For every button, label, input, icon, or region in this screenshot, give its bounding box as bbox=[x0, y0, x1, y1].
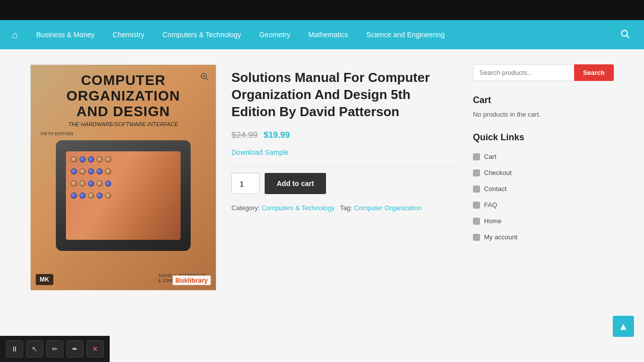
tag-link[interactable]: Computer Organization bbox=[354, 204, 422, 212]
search-icon[interactable] bbox=[616, 29, 634, 41]
category-link[interactable]: Computers & Technology bbox=[262, 204, 335, 212]
bead bbox=[105, 180, 111, 187]
product-section: COMPUTER ORGANIZATION AND DESIGN THE HAR… bbox=[30, 64, 458, 291]
bead bbox=[88, 193, 94, 199]
add-to-cart-row: Add to cart bbox=[231, 173, 458, 194]
bead bbox=[79, 168, 86, 174]
abacus-row-4 bbox=[71, 193, 176, 199]
bead bbox=[71, 193, 77, 199]
quick-link-myaccount-label: My account bbox=[484, 233, 517, 241]
buklibrary-badge: Buklibrary bbox=[173, 276, 211, 285]
sale-price: $19.99 bbox=[264, 130, 290, 140]
nav-item-computers[interactable]: Computers & Technology bbox=[153, 20, 250, 49]
navbar: ⌂ Business & Money Chemistry Computers &… bbox=[0, 20, 644, 49]
nav-item-mathematics[interactable]: Mathematics bbox=[299, 20, 357, 49]
bead bbox=[105, 193, 111, 199]
quick-link-checkout-label: Checkout bbox=[484, 169, 512, 176]
home-icon[interactable]: ⌂ bbox=[10, 29, 27, 41]
quick-link-faq-label: FAQ bbox=[484, 201, 497, 209]
quick-link-icon-contact bbox=[473, 186, 480, 193]
quick-link-icon-faq bbox=[473, 202, 480, 209]
bead bbox=[105, 156, 111, 162]
quick-link-faq[interactable]: FAQ bbox=[473, 197, 614, 213]
quick-links-title: Quick Links bbox=[473, 128, 614, 143]
book-cover-line2: ORGANIZATION bbox=[41, 88, 206, 104]
bead bbox=[88, 156, 94, 162]
bead bbox=[71, 168, 77, 174]
quantity-input[interactable] bbox=[231, 173, 260, 194]
bead bbox=[105, 168, 111, 174]
mk-badge: MK bbox=[36, 274, 53, 285]
abacus-rows bbox=[66, 156, 181, 199]
nav-item-chemistry[interactable]: Chemistry bbox=[104, 20, 153, 49]
book-cover-line1: COMPUTER bbox=[41, 73, 206, 88]
quick-link-contact-label: Contact bbox=[484, 185, 507, 193]
svg-point-0 bbox=[621, 30, 627, 36]
search-widget: Search bbox=[473, 64, 614, 81]
product-details: Solutions Manual For Computer Organizati… bbox=[231, 64, 458, 291]
nav-item-business[interactable]: Business & Money bbox=[27, 20, 104, 49]
quick-link-myaccount[interactable]: My account bbox=[473, 229, 614, 245]
price-row: $24.99 $19.99 bbox=[231, 130, 458, 140]
bead bbox=[97, 180, 103, 187]
cart-empty-text: No products in the cart. bbox=[473, 111, 614, 118]
book-cover: COMPUTER ORGANIZATION AND DESIGN THE HAR… bbox=[31, 65, 216, 290]
bead bbox=[79, 180, 86, 187]
book-cover-line3: AND DESIGN bbox=[41, 104, 206, 120]
quick-link-home[interactable]: Home bbox=[473, 213, 614, 229]
bead bbox=[71, 180, 77, 187]
nav-item-geometry[interactable]: Geometry bbox=[250, 20, 299, 49]
tablet-image bbox=[56, 140, 191, 251]
bead bbox=[88, 168, 94, 174]
category-label: Category: bbox=[231, 204, 260, 212]
tablet-screen bbox=[66, 151, 181, 240]
add-to-cart-button[interactable]: Add to cart bbox=[265, 173, 326, 194]
quick-link-icon-home bbox=[473, 218, 480, 225]
quick-link-home-label: Home bbox=[484, 217, 502, 225]
search-input[interactable] bbox=[473, 64, 574, 81]
bead bbox=[79, 193, 86, 199]
bead bbox=[71, 156, 77, 162]
quick-link-cart[interactable]: Cart bbox=[473, 149, 614, 165]
abacus-row-2 bbox=[71, 168, 176, 174]
bead bbox=[79, 156, 86, 162]
quick-link-cart-label: Cart bbox=[484, 153, 497, 160]
top-bar bbox=[0, 0, 644, 20]
cart-section: Cart No products in the cart. bbox=[473, 95, 614, 118]
svg-line-3 bbox=[206, 78, 208, 80]
quick-link-icon-checkout bbox=[473, 169, 480, 176]
tag-label: Tag: bbox=[340, 204, 353, 212]
quick-link-checkout[interactable]: Checkout bbox=[473, 165, 614, 181]
divider bbox=[231, 166, 458, 167]
product-image-wrapper: COMPUTER ORGANIZATION AND DESIGN THE HAR… bbox=[30, 64, 216, 291]
quick-link-icon-cart bbox=[473, 153, 480, 160]
original-price: $24.99 bbox=[231, 130, 258, 140]
quick-link-icon-myaccount bbox=[473, 234, 480, 241]
sidebar: Search Cart No products in the cart. Qui… bbox=[473, 64, 614, 291]
bead bbox=[97, 156, 103, 162]
quick-link-contact[interactable]: Contact bbox=[473, 181, 614, 197]
download-sample-link[interactable]: Download Sample bbox=[231, 148, 458, 156]
main-wrapper: COMPUTER ORGANIZATION AND DESIGN THE HAR… bbox=[20, 49, 624, 321]
book-edition: FIFTH EDITION bbox=[41, 131, 206, 136]
svg-line-1 bbox=[627, 35, 629, 38]
scroll-to-top-button[interactable]: ▲ bbox=[613, 316, 634, 321]
bead bbox=[88, 180, 94, 187]
zoom-icon[interactable] bbox=[200, 72, 209, 83]
search-button[interactable]: Search bbox=[574, 64, 614, 81]
book-cover-subtitle: THE HARDWARE/SOFTWARE INTERFACE bbox=[41, 121, 206, 127]
abacus-row-3 bbox=[71, 180, 176, 187]
product-title: Solutions Manual For Computer Organizati… bbox=[231, 69, 458, 120]
cart-title: Cart bbox=[473, 95, 614, 106]
nav-item-science[interactable]: Science and Engineering bbox=[357, 20, 454, 49]
quick-links-section: Quick Links Cart Checkout Contact FAQ Ho… bbox=[473, 128, 614, 245]
abacus-row-1 bbox=[71, 156, 176, 162]
bead bbox=[97, 193, 103, 199]
category-row: Category: Computers & Technology Tag: Co… bbox=[231, 204, 458, 212]
bead bbox=[97, 168, 103, 174]
